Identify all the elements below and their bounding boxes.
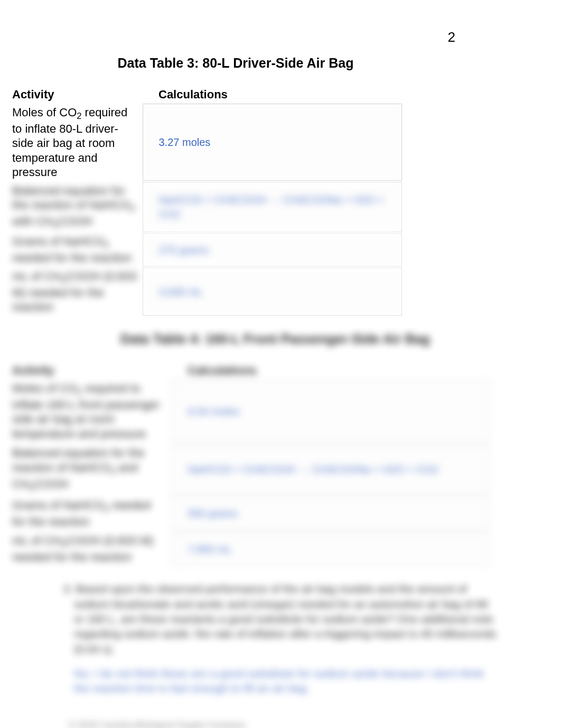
table3-header-activity: Activity bbox=[8, 86, 143, 104]
calc-cell: 7,850 mL bbox=[172, 532, 489, 566]
table-row: Balanced equation for the reaction of Na… bbox=[8, 182, 401, 232]
calc-value: 3,930 mL bbox=[159, 286, 203, 298]
copyright: © 2016 Carolina Biological Supply Compan… bbox=[69, 720, 550, 728]
calc-value: 6.54 moles bbox=[188, 406, 240, 417]
question-number: 3. bbox=[63, 582, 73, 596]
page-content: Data Table 3: 80-L Driver-Side Air Bag A… bbox=[0, 0, 561, 728]
table-row: Grams of NaHCO3 needed for the reaction … bbox=[8, 233, 401, 266]
calc-cell: 6.54 moles bbox=[172, 380, 489, 443]
calc-value: 7,850 mL bbox=[188, 543, 232, 555]
calc-cell: 3.27 moles bbox=[143, 104, 401, 181]
calc-value: 550 grams bbox=[188, 508, 238, 519]
calc-cell: NaHCO3 + CH3COOH → CH3COONa + H2O + CO2 bbox=[143, 182, 401, 232]
calc-cell: NaHCO3 + CH3COOH → CH3COONa + H2O + CO2 bbox=[172, 445, 489, 494]
question-body: Based upon the observed performance of t… bbox=[74, 583, 497, 655]
table-row: Balanced equation for the reaction of Na… bbox=[8, 445, 489, 494]
activity-cell: Balanced equation for the reaction of Na… bbox=[8, 182, 143, 232]
table-row: Grams of NaHCO3 needed for the reaction … bbox=[8, 497, 489, 530]
activity-cell: mL of CH3COOH (0.833 M) needed for the r… bbox=[8, 532, 172, 566]
calc-cell: 275 grams bbox=[143, 233, 401, 266]
question-block: 3.Based upon the observed performance of… bbox=[74, 582, 498, 696]
question-text: 3.Based upon the observed performance of… bbox=[74, 582, 498, 657]
calc-value: NaHCO3 + CH3COOH → CH3COONa + H2O + CO2 bbox=[188, 464, 438, 475]
page-number: 2 bbox=[448, 29, 455, 45]
activity-cell: Grams of NaHCO3 needed for the reaction bbox=[8, 233, 143, 266]
calc-value: NaHCO3 + CH3COOH → CH3COONa + H2O + CO2 bbox=[159, 194, 385, 220]
activity-cell: mL of CH3COOH (0.833 M) needed for the r… bbox=[8, 268, 143, 316]
activity-cell: Grams of NaHCO3 needed for the reaction bbox=[8, 497, 172, 530]
calc-value: 275 grams bbox=[159, 244, 209, 256]
table-row: mL of CH3COOH (0.833 M) needed for the r… bbox=[8, 532, 489, 566]
table3-title: Data Table 3: 80-L Driver-Side Air Bag bbox=[11, 56, 550, 71]
table-row: mL of CH3COOH (0.833 M) needed for the r… bbox=[8, 268, 401, 316]
calc-value: 3.27 moles bbox=[159, 136, 211, 148]
table3-header-calculations: Calculations bbox=[143, 86, 401, 104]
table4-header-calculations: Calculations bbox=[172, 362, 489, 380]
calc-cell: 3,930 mL bbox=[143, 268, 401, 316]
calc-cell: 550 grams bbox=[172, 497, 489, 530]
activity-cell: Moles of CO2 required to inflate 160-L f… bbox=[8, 380, 172, 443]
table-row: Moles of CO2 required to inflate 80-L dr… bbox=[8, 104, 401, 181]
table-row: Moles of CO2 required to inflate 160-L f… bbox=[8, 380, 489, 443]
table4-title: Data Table 4: 160-L Front Passenger-Side… bbox=[11, 331, 550, 347]
table4-header-activity: Activity bbox=[8, 362, 172, 380]
activity-cell: Moles of CO2 required to inflate 80-L dr… bbox=[8, 104, 143, 181]
data-table-3: Activity Calculations Moles of CO2 requi… bbox=[8, 86, 402, 316]
activity-cell: Balanced equation for the reaction of Na… bbox=[8, 445, 172, 494]
question-answer: No, I do not think these are a good subs… bbox=[74, 666, 498, 696]
data-table-4: Activity Calculations Moles of CO2 requi… bbox=[8, 362, 489, 566]
